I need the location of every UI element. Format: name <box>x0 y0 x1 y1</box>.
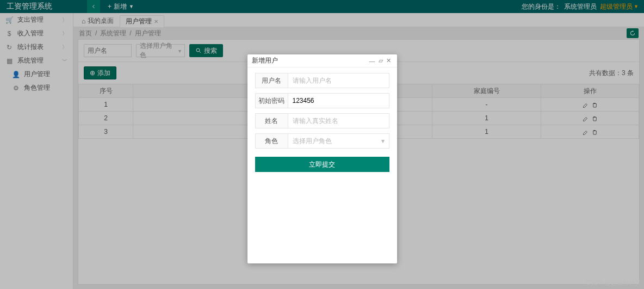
field-label: 初始密码 <box>255 93 288 108</box>
maximize-button[interactable]: ▱ <box>377 57 385 64</box>
form-row-realname: 姓名 <box>255 113 389 128</box>
close-button[interactable]: ✕ <box>385 57 393 64</box>
submit-button[interactable]: 立即提交 <box>255 157 389 172</box>
realname-input[interactable] <box>288 113 389 128</box>
field-label: 角色 <box>255 133 288 149</box>
field-label: 姓名 <box>255 113 288 128</box>
modal-header: 新增用户 — ▱ ✕ <box>247 54 397 67</box>
role-select[interactable]: 选择用户角色 <box>288 133 389 149</box>
watermark: CSDN @超级帅林昊 <box>586 279 641 287</box>
modal-overlay: 新增用户 — ▱ ✕ 用户名 初始密码 姓名 角色 <box>0 0 644 289</box>
password-input[interactable] <box>288 93 389 108</box>
form-row-role: 角色 选择用户角色 <box>255 133 389 149</box>
add-user-modal: 新增用户 — ▱ ✕ 用户名 初始密码 姓名 角色 <box>247 54 397 263</box>
minimize-button[interactable]: — <box>368 58 377 64</box>
role-select-placeholder: 选择用户角色 <box>293 137 332 146</box>
modal-body: 用户名 初始密码 姓名 角色 选择用户角色 立即提交 <box>247 67 397 263</box>
field-label: 用户名 <box>255 73 288 88</box>
modal-title: 新增用户 <box>252 56 368 65</box>
form-row-password: 初始密码 <box>255 93 389 108</box>
username-input[interactable] <box>288 73 389 88</box>
form-row-username: 用户名 <box>255 73 389 88</box>
